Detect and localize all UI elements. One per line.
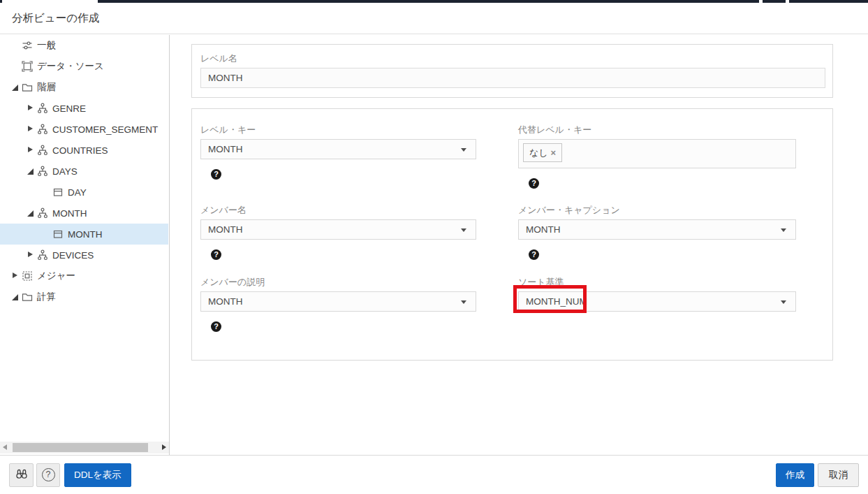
hierarchy-icon xyxy=(37,145,49,156)
tree-item-label: MONTH xyxy=(52,208,87,219)
field-sort-by: ソート基準 MONTH_NUM xyxy=(518,277,796,312)
sliders-icon xyxy=(22,40,34,51)
tree-item-genre[interactable]: GENRE xyxy=(0,98,168,119)
level-key-select[interactable]: MONTH xyxy=(200,139,476,159)
help-icon[interactable]: ? xyxy=(211,249,221,260)
collapse-toggle-icon[interactable] xyxy=(11,293,22,300)
hierarchy-icon xyxy=(37,208,49,219)
collapse-toggle-icon[interactable] xyxy=(11,84,22,91)
collapse-toggle-icon[interactable] xyxy=(27,168,37,175)
scroll-left-icon[interactable] xyxy=(3,444,7,450)
tree-item--[interactable]: 計算 xyxy=(0,286,168,307)
help-icon[interactable]: ? xyxy=(211,321,221,332)
dropdown-arrow-icon xyxy=(781,228,786,232)
horizontal-scrollbar[interactable] xyxy=(0,442,169,453)
member-name-label: メンバー名 xyxy=(200,205,476,215)
tree-item--[interactable]: データ・ソース xyxy=(0,56,168,77)
member-caption-label: メンバー・キャプション xyxy=(518,205,796,215)
folder-icon xyxy=(22,82,34,93)
find-button[interactable] xyxy=(9,463,34,487)
level-key-value: MONTH xyxy=(208,144,243,154)
member-caption-select[interactable]: MONTH xyxy=(518,219,796,240)
dropdown-arrow-icon xyxy=(461,148,466,152)
help-icon[interactable]: ? xyxy=(211,169,221,180)
create-button[interactable]: 作成 xyxy=(776,463,814,487)
dialog-header: 分析ビューの作成 xyxy=(0,3,868,34)
level-attributes-panel: レベル・キー MONTH ? 代替レベル・キー なし × ? メンバー xyxy=(191,108,833,361)
level-name-input[interactable] xyxy=(200,68,825,88)
expand-toggle-icon[interactable] xyxy=(11,273,22,279)
level-icon xyxy=(52,187,64,198)
hierarchy-icon xyxy=(37,124,49,135)
tree-item-month[interactable]: MONTH xyxy=(0,203,168,224)
hierarchy-icon xyxy=(37,249,49,261)
expand-toggle-icon[interactable] xyxy=(27,126,37,133)
field-member-caption: メンバー・キャプション MONTH ? xyxy=(518,205,796,260)
help-circle-icon: ? xyxy=(42,468,55,481)
create-analytic-view-dialog: 分析ビューの作成 一般 データ・ソース 階層 GENRE CUSTOMER_SE… xyxy=(0,0,868,494)
tree-item-label: MONTH xyxy=(68,229,103,240)
member-description-select[interactable]: MONTH xyxy=(200,291,476,312)
level-name-panel: レベル名 xyxy=(191,44,833,98)
member-description-value: MONTH xyxy=(208,296,243,307)
member-description-label: メンバーの説明 xyxy=(200,277,476,287)
scrollbar-thumb[interactable] xyxy=(13,443,148,452)
tree-item-label: データ・ソース xyxy=(37,60,104,73)
measures-icon xyxy=(22,270,34,282)
tree-item-days[interactable]: DAYS xyxy=(0,161,168,182)
member-name-select[interactable]: MONTH xyxy=(200,219,476,240)
sort-by-value: MONTH_NUM xyxy=(526,296,587,307)
folder-icon xyxy=(22,291,34,303)
expand-toggle-icon[interactable] xyxy=(27,252,37,259)
tree-item--[interactable]: 階層 xyxy=(0,77,168,98)
chip-remove-icon[interactable]: × xyxy=(551,147,557,158)
tree-item-label: DAY xyxy=(68,187,87,198)
dialog-title: 分析ビューの作成 xyxy=(12,11,99,26)
level-icon xyxy=(52,228,64,240)
dropdown-arrow-icon xyxy=(461,228,466,232)
field-alternate-level-key: 代替レベル・キー なし × ? xyxy=(518,124,796,189)
help-icon[interactable]: ? xyxy=(529,178,539,189)
tree-item-devices[interactable]: DEVICES xyxy=(0,245,168,266)
tree-item-customer_segment[interactable]: CUSTOMER_SEGMENT xyxy=(0,119,168,140)
tree-item--[interactable]: 一般 xyxy=(0,35,168,56)
dropdown-arrow-icon xyxy=(781,300,786,304)
alternate-level-key-multiselect[interactable]: なし × xyxy=(518,139,796,168)
twisty-spacer xyxy=(11,42,22,49)
navigation-tree: 一般 データ・ソース 階層 GENRE CUSTOMER_SEGMENT COU… xyxy=(0,35,168,307)
help-button[interactable]: ? xyxy=(36,463,60,487)
level-detail-pane: レベル名 レベル・キー MONTH ? 代替レベル・キー なし × xyxy=(170,35,868,455)
tree-item-label: COUNTRIES xyxy=(52,145,108,156)
field-member-description: メンバーの説明 MONTH ? xyxy=(200,277,476,332)
member-name-value: MONTH xyxy=(208,224,243,235)
dropdown-arrow-icon xyxy=(461,300,466,304)
collapse-toggle-icon[interactable] xyxy=(27,210,37,217)
show-ddl-button[interactable]: DDLを表示 xyxy=(64,463,131,487)
sidebar: 一般 データ・ソース 階層 GENRE CUSTOMER_SEGMENT COU… xyxy=(0,35,170,455)
twisty-spacer xyxy=(11,63,22,70)
chip-none[interactable]: なし × xyxy=(523,143,562,162)
tree-item-day[interactable]: DAY xyxy=(0,182,168,203)
tree-item--[interactable]: メジャー xyxy=(0,266,168,286)
tree-item-label: DEVICES xyxy=(52,250,94,261)
binoculars-icon xyxy=(15,467,29,484)
expand-toggle-icon[interactable] xyxy=(27,147,37,154)
tree-item-countries[interactable]: COUNTRIES xyxy=(0,140,168,161)
tree-item-month[interactable]: MONTH xyxy=(0,224,168,245)
alternate-level-key-label: 代替レベル・キー xyxy=(518,124,796,135)
chip-label: なし xyxy=(529,147,548,159)
sort-by-select[interactable]: MONTH_NUM xyxy=(518,291,796,312)
field-member-name: メンバー名 MONTH ? xyxy=(200,205,476,260)
tree-item-label: 計算 xyxy=(37,291,56,303)
tree-item-label: メジャー xyxy=(37,270,75,282)
cancel-button[interactable]: 取消 xyxy=(818,463,859,487)
dialog-footer: ? DDLを表示 作成 取消 xyxy=(0,455,868,494)
expand-toggle-icon[interactable] xyxy=(27,105,37,112)
field-level-key: レベル・キー MONTH ? xyxy=(200,124,476,180)
scroll-right-icon[interactable] xyxy=(162,444,166,450)
tree-item-label: GENRE xyxy=(52,103,86,114)
tree-item-label: 階層 xyxy=(37,81,56,94)
hierarchy-icon xyxy=(37,103,49,114)
tree-item-label: 一般 xyxy=(37,39,56,52)
help-icon[interactable]: ? xyxy=(529,249,539,260)
